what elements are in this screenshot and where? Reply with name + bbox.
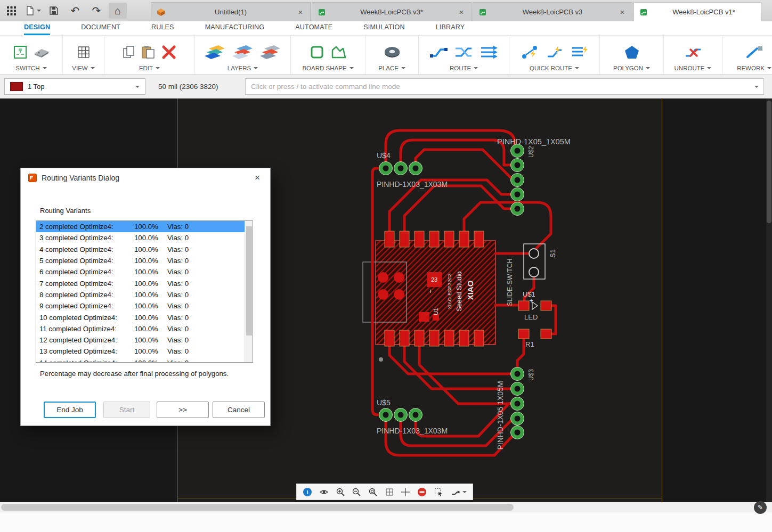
delete-icon[interactable] [161,44,177,60]
titlebar: ↶ ↷ ⌂ Untitled(1) × Week8-LoicPCB v3* × [0,0,772,21]
layers-stack-icon-2[interactable] [232,44,254,60]
routing-variant-row[interactable]: 4 completed Optimize4:100.0%Vias: 0 [36,244,246,255]
feedback-button[interactable]: ✎ [754,501,767,514]
more-button[interactable]: >> [157,402,209,418]
tab-manufacturing[interactable]: MANUFACTURING [205,23,265,35]
undo-button[interactable]: ↶ [66,3,84,19]
tab-title: Untitled(1) [169,8,292,16]
close-icon[interactable]: × [457,7,466,17]
switch-menu[interactable]: SWITCH [15,65,46,71]
layers-menu[interactable]: LAYERS [227,65,258,71]
zoom-in-button[interactable] [336,487,345,497]
chevron-down-icon [767,67,771,69]
zoom-out-button[interactable] [352,487,361,497]
save-button[interactable] [45,3,63,19]
home-button[interactable]: ⌂ [109,3,127,19]
board-shape-menu[interactable]: BOARD SHAPE [302,65,353,71]
board-polygon-icon[interactable] [331,45,347,60]
quickroute-bus-icon[interactable] [570,45,588,60]
switch-schematic-icon[interactable] [13,45,27,59]
crosshair-button[interactable] [401,487,410,497]
routing-variant-row[interactable]: 12 completed Optimize4:100.0%Vias: 0 [36,334,246,346]
routing-variant-row[interactable]: 2 completed Optimize4:100.0%Vias: 0 [36,221,246,232]
command-input[interactable] [251,83,749,91]
switch-board-icon[interactable] [34,46,50,59]
tab-design[interactable]: DESIGN [24,23,50,35]
routing-variants-label: Routing Variants [40,207,91,215]
tab-automate[interactable]: AUTOMATE [295,23,332,35]
routing-variant-row[interactable]: 5 completed Optimize4:100.0%Vias: 0 [36,255,246,266]
routing-variant-row[interactable]: 7 completed Optimize4:100.0%Vias: 0 [36,277,246,289]
close-icon[interactable]: × [296,7,305,17]
crosshair-icon [401,487,410,497]
dialog-titlebar[interactable]: Routing Variants Dialog × [21,168,270,187]
routing-variant-row[interactable]: 11 completed Optimize4:100.0%Vias: 0 [36,323,246,334]
tab-simulation[interactable]: SIMULATION [363,23,404,35]
layers-stack-icon-3[interactable] [260,44,281,60]
unroute-icon[interactable] [684,45,702,59]
rework-icon[interactable] [745,45,763,59]
route-swap-icon[interactable] [454,45,473,59]
tab-document[interactable]: DOCUMENT [81,23,120,35]
group-unroute: UNROUTE [664,36,722,74]
chevron-down-icon[interactable] [754,86,759,88]
zoom-fit-button[interactable] [368,487,378,497]
quickroute-corner-icon[interactable] [546,45,564,60]
quickroute-pair-icon[interactable] [521,45,539,60]
layer-select[interactable]: 1 Top [4,78,145,95]
stop-button[interactable] [417,487,427,497]
tab-week8-v3[interactable]: Week8-LoicPCB v3 × [473,2,632,21]
route-icon[interactable] [429,45,448,59]
route-style-button[interactable] [450,487,467,497]
select-icon [434,487,443,497]
vertical-scrollbar-thumb[interactable] [767,101,771,223]
routing-variant-row[interactable]: 13 completed Optimize4:100.0%Vias: 0 [36,346,246,357]
horizontal-scrollbar[interactable] [0,502,772,512]
chevron-down-icon [156,67,160,69]
edit-menu[interactable]: EDIT [139,65,160,71]
tab-week8-v3-modified[interactable]: Week8-LoicPCB v3* × [312,2,472,21]
paste-icon[interactable] [142,45,155,59]
via-icon[interactable] [383,45,401,59]
list-scrollbar[interactable] [245,221,253,362]
end-job-button[interactable]: End Job [44,402,96,418]
grid-button[interactable] [385,487,394,497]
list-scrollbar-thumb[interactable] [246,226,252,335]
close-icon[interactable]: × [252,173,263,183]
polygon-icon[interactable] [624,45,640,60]
routing-variant-row[interactable]: 9 completed Optimize4:100.0%Vias: 0 [36,300,246,312]
start-button[interactable]: Start [103,402,150,418]
new-file-button[interactable] [23,3,42,19]
routing-variant-row[interactable]: 6 completed Optimize4:100.0%Vias: 0 [36,266,246,277]
polygon-menu[interactable]: POLYGON [613,65,650,71]
route-menu[interactable]: ROUTE [450,65,478,71]
tab-untitled[interactable]: Untitled(1) × [151,2,311,21]
rework-menu[interactable]: REWORK [737,65,771,71]
view-menu[interactable]: VIEW [72,65,94,71]
tab-library[interactable]: LIBRARY [436,23,465,35]
routing-variant-row[interactable]: 10 completed Optimize4:100.0%Vias: 0 [36,312,246,323]
vertical-scrollbar[interactable] [766,99,772,502]
place-menu[interactable]: PLACE [378,65,405,71]
tab-week8-v1-active[interactable]: Week8-LoicPCB v1* [633,2,761,21]
view-grid-icon[interactable] [77,45,91,59]
routing-variant-row[interactable]: 8 completed Optimize4:100.0%Vias: 0 [36,289,246,300]
board-outline-icon[interactable] [310,45,324,60]
horizontal-scrollbar-thumb[interactable] [1,504,514,511]
tab-rules[interactable]: RULES [151,23,174,35]
quick-route-menu[interactable]: QUICK ROUTE [530,65,579,71]
multi-route-icon[interactable] [480,45,499,59]
app-grid-icon[interactable] [2,3,20,19]
layers-stack-icon-1[interactable] [205,44,226,60]
close-icon[interactable]: × [618,7,627,17]
show-hide-button[interactable] [319,487,329,497]
redo-button[interactable]: ↷ [87,3,105,19]
cancel-button[interactable]: Cancel [213,402,265,418]
copy-icon[interactable] [123,45,135,59]
routing-variant-row[interactable]: 3 completed Optimize4:100.0%Vias: 0 [36,232,246,243]
label-u5: U$5 [377,398,391,407]
select-button[interactable] [434,487,443,497]
routing-variant-row[interactable]: 14 completed Optimize4:100.0%Vias: 0 [36,357,246,363]
info-button[interactable]: i [303,487,312,497]
unroute-menu[interactable]: UNROUTE [675,65,712,71]
